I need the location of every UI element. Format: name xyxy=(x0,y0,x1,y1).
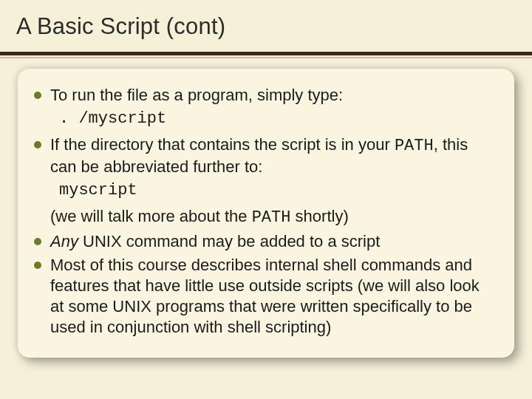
bullet-icon xyxy=(34,92,41,99)
content-panel: To run the file as a program, simply typ… xyxy=(18,69,514,358)
slide: A Basic Script (cont) To run the file as… xyxy=(0,0,532,399)
code-line: . /myscript xyxy=(59,109,497,130)
inline-code-path: PATH xyxy=(395,137,434,155)
bullet-text: Most of this course describes internal s… xyxy=(50,255,497,338)
list-item: To run the file as a program, simply typ… xyxy=(34,85,497,106)
title-block: A Basic Script (cont) xyxy=(0,0,532,44)
inline-code-path: PATH xyxy=(252,208,291,227)
title-rule-dark xyxy=(0,52,532,55)
list-item: Any UNIX command may be added to a scrip… xyxy=(34,231,497,252)
bullet-text: Any UNIX command may be added to a scrip… xyxy=(50,231,380,252)
text-fragment: shortly) xyxy=(290,207,348,225)
text-fragment: (we will talk more about the xyxy=(50,207,252,225)
text-italic: Any xyxy=(50,232,78,250)
bullet-icon xyxy=(34,262,41,269)
bullet-icon xyxy=(34,141,41,149)
bullet-text: If the directory that contains the scrip… xyxy=(50,134,497,177)
bullet-icon xyxy=(34,238,41,245)
list-item: Most of this course describes internal s… xyxy=(34,255,497,338)
text-fragment: UNIX command may be added to a script xyxy=(78,232,380,250)
note-text: (we will talk more about the PATH shortl… xyxy=(50,206,497,228)
text-fragment: If the directory that contains the scrip… xyxy=(50,135,395,154)
list-item: If the directory that contains the scrip… xyxy=(34,134,497,177)
code-line: myscript xyxy=(59,180,497,202)
title-rule-light xyxy=(0,57,532,58)
bullet-text: To run the file as a program, simply typ… xyxy=(50,85,343,106)
slide-title: A Basic Script (cont) xyxy=(16,13,516,40)
